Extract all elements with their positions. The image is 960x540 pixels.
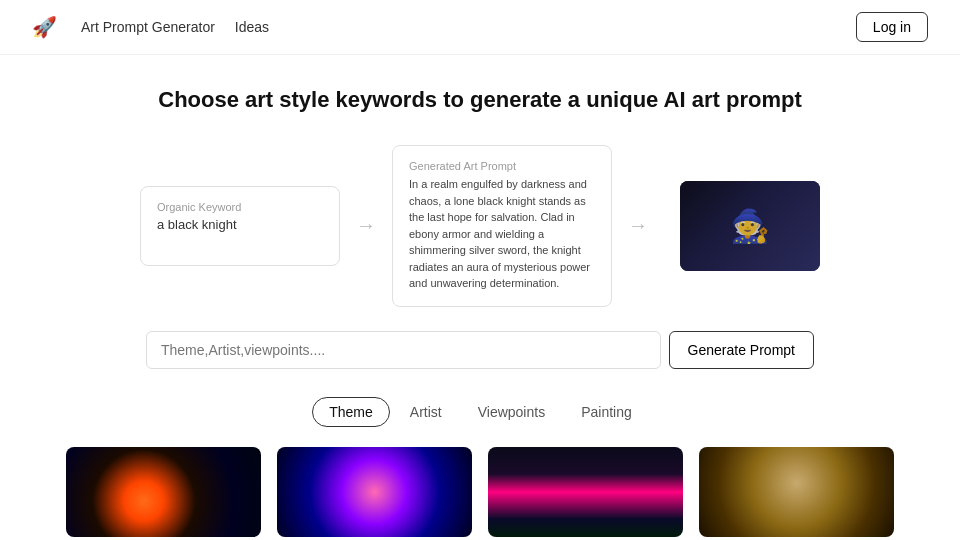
nav-left: 🚀 Art Prompt Generator Ideas (32, 15, 269, 39)
generated-text: In a realm engulfed by darkness and chao… (409, 176, 595, 292)
nav-logo: 🚀 (32, 15, 57, 39)
grid-item-nebula-image (277, 447, 472, 537)
grid-item-steampunk-image (699, 447, 894, 537)
arrow-icon-1: → (340, 214, 392, 237)
demo-section: Organic Keyword a black knight → Generat… (50, 133, 910, 331)
navbar: 🚀 Art Prompt Generator Ideas Log in (0, 0, 960, 55)
organic-label: Organic Keyword (157, 201, 323, 213)
nav-links: Art Prompt Generator Ideas (81, 19, 269, 35)
generate-prompt-button[interactable]: Generate Prompt (669, 331, 814, 369)
tab-artist[interactable]: Artist (394, 397, 458, 427)
tabs-section: Theme Artist Viewpoints Painting (0, 397, 960, 427)
tab-painting[interactable]: Painting (565, 397, 648, 427)
hero-title: Choose art style keywords to generate a … (16, 87, 944, 113)
arrow-icon-2: → (612, 214, 664, 237)
theme-grid: galaxy nebula Cyberpunk Steampunk Nordic… (50, 447, 910, 541)
grid-item-nebula[interactable]: nebula (277, 447, 472, 541)
organic-text: a black knight (157, 217, 323, 232)
generated-prompt-card: Generated Art Prompt In a realm engulfed… (392, 145, 612, 307)
demo-result-image (680, 181, 820, 271)
nav-link-ideas[interactable]: Ideas (235, 19, 269, 35)
demo-image-placeholder (680, 181, 820, 271)
grid-item-galaxy-image (66, 447, 261, 537)
grid-item-steampunk[interactable]: Steampunk (699, 447, 894, 541)
grid-item-cyberpunk-image (488, 447, 683, 537)
rocket-icon: 🚀 (32, 15, 57, 39)
organic-keyword-card: Organic Keyword a black knight (140, 186, 340, 266)
tab-theme[interactable]: Theme (312, 397, 390, 427)
login-button[interactable]: Log in (856, 12, 928, 42)
generated-label: Generated Art Prompt (409, 160, 595, 172)
grid-item-galaxy[interactable]: galaxy (66, 447, 261, 541)
grid-item-cyberpunk[interactable]: Cyberpunk (488, 447, 683, 541)
hero-section: Choose art style keywords to generate a … (0, 55, 960, 133)
nav-link-generator[interactable]: Art Prompt Generator (81, 19, 215, 35)
search-input[interactable] (146, 331, 661, 369)
tab-viewpoints[interactable]: Viewpoints (462, 397, 561, 427)
search-section: Generate Prompt (130, 331, 830, 369)
